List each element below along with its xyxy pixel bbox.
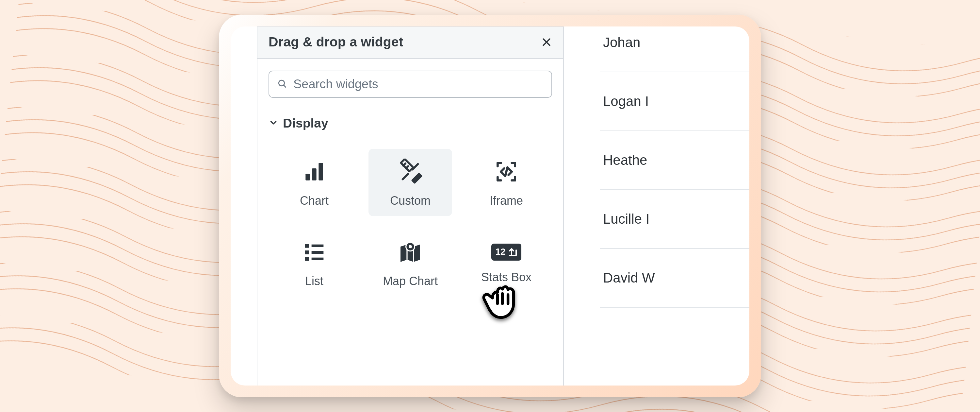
list-item[interactable]: Logan I — [600, 72, 749, 131]
list-item[interactable]: Johan — [600, 27, 749, 72]
list-item[interactable]: Lucille I — [600, 190, 749, 249]
svg-rect-17 — [305, 251, 309, 254]
widget-tile-list[interactable]: List — [272, 229, 356, 297]
svg-text:12: 12 — [495, 246, 505, 257]
list-item-label: Logan I — [603, 94, 649, 109]
list-item[interactable]: David W — [600, 249, 749, 308]
tools-icon — [397, 158, 423, 185]
records-list: Johan Logan I Heathe Lucille I David W — [600, 27, 749, 308]
search-icon — [277, 78, 288, 90]
widget-panel-wrap: Drag & drop a widget — [231, 27, 564, 385]
search-box[interactable] — [269, 70, 552, 98]
iframe-icon — [493, 158, 519, 185]
map-pin-icon — [397, 239, 423, 265]
list-icon — [301, 239, 327, 265]
preview-card: Drag & drop a widget — [219, 15, 761, 397]
svg-line-14 — [505, 168, 508, 176]
svg-rect-20 — [312, 258, 324, 260]
panel-title: Drag & drop a widget — [269, 34, 403, 50]
section-header-display[interactable]: Display — [269, 116, 552, 131]
list-item[interactable]: Heathe — [600, 131, 749, 190]
svg-line-11 — [406, 166, 408, 168]
svg-rect-8 — [318, 163, 323, 180]
stats-box-icon: 12 — [491, 243, 522, 261]
widget-grid: Chart — [269, 149, 552, 297]
svg-rect-16 — [312, 244, 324, 247]
list-item-label: Heathe — [603, 152, 647, 168]
panel-body: Display Chart — [258, 59, 563, 385]
widget-label: Map Chart — [383, 274, 438, 288]
widget-label: Chart — [300, 194, 329, 208]
widget-tile-stats-box[interactable]: 12 Stats Box — [465, 229, 548, 297]
panel-header: Drag & drop a widget — [258, 27, 563, 59]
chevron-down-icon — [269, 118, 278, 129]
widget-label: Custom — [390, 194, 431, 208]
svg-line-5 — [283, 85, 285, 87]
svg-point-22 — [409, 245, 412, 248]
svg-rect-15 — [305, 244, 309, 248]
widget-panel: Drag & drop a widget — [257, 27, 564, 385]
widget-label: Iframe — [490, 194, 523, 208]
list-item-label: Lucille I — [603, 211, 649, 227]
svg-rect-7 — [312, 168, 316, 180]
bar-chart-icon — [301, 158, 327, 185]
widget-tile-chart[interactable]: Chart — [272, 149, 356, 216]
list-item-label: Johan — [603, 35, 640, 50]
svg-line-10 — [403, 163, 406, 166]
widget-tile-map-chart[interactable]: Map Chart — [369, 229, 452, 297]
close-button[interactable] — [541, 37, 552, 48]
widget-tile-custom[interactable]: Custom — [369, 149, 452, 216]
svg-rect-6 — [305, 174, 310, 180]
close-icon — [541, 37, 552, 48]
list-item-label: David W — [603, 270, 655, 286]
preview-card-inner: Drag & drop a widget — [231, 27, 749, 385]
section-title: Display — [283, 116, 328, 131]
search-input[interactable] — [293, 77, 544, 91]
widget-tile-iframe[interactable]: Iframe — [465, 149, 548, 216]
svg-line-12 — [403, 174, 408, 179]
svg-rect-19 — [305, 257, 309, 261]
svg-rect-18 — [312, 251, 324, 254]
widget-label: Stats Box — [481, 270, 531, 284]
widget-label: List — [305, 274, 323, 288]
records-column: Johan Logan I Heathe Lucille I David W — [564, 27, 749, 385]
